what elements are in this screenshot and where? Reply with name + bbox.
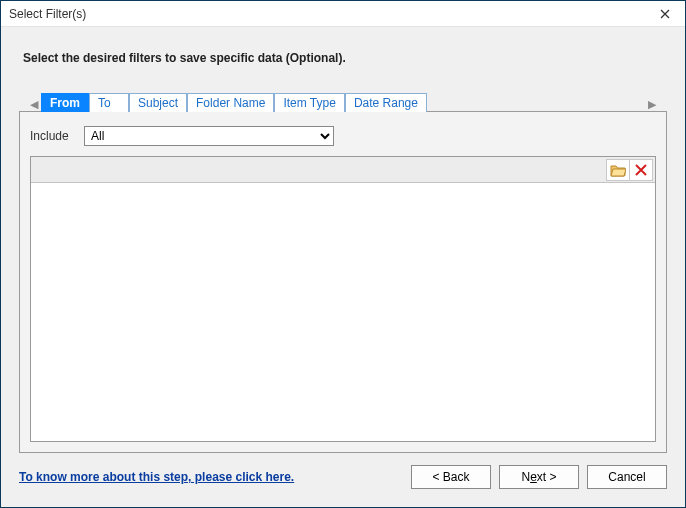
tab-to[interactable]: To (89, 93, 129, 112)
button-bar: < Back Next > Cancel (411, 465, 667, 489)
tab-scroll-left-icon[interactable]: ◀ (27, 98, 41, 111)
tab-item-type[interactable]: Item Type (274, 93, 344, 112)
tab-subject[interactable]: Subject (129, 93, 187, 112)
tab-row: From To Subject Folder Name Item Type Da… (41, 92, 645, 111)
folder-open-icon[interactable] (606, 159, 630, 181)
tab-date-range[interactable]: Date Range (345, 93, 427, 112)
tab-scroll-right-icon[interactable]: ▶ (645, 98, 659, 111)
close-icon[interactable] (651, 4, 679, 24)
filter-listbox (30, 156, 656, 442)
filter-listbox-toolbar (31, 157, 655, 183)
filter-listbox-body[interactable] (31, 183, 655, 441)
titlebar: Select Filter(s) (1, 1, 685, 27)
back-button[interactable]: < Back (411, 465, 491, 489)
instruction-text: Select the desired filters to save speci… (23, 51, 663, 65)
window-title: Select Filter(s) (9, 7, 651, 21)
include-select[interactable]: All (84, 126, 334, 146)
footer: To know more about this step, please cli… (1, 461, 685, 507)
tab-folder-name[interactable]: Folder Name (187, 93, 274, 112)
cancel-button[interactable]: Cancel (587, 465, 667, 489)
dialog-select-filters: Select Filter(s) Select the desired filt… (0, 0, 686, 508)
content-area: Select the desired filters to save speci… (1, 27, 685, 461)
tab-pane: Include All (19, 111, 667, 453)
delete-icon[interactable] (629, 159, 653, 181)
tabstrip: ◀ From To Subject Folder Name Item Type … (19, 91, 667, 111)
next-button[interactable]: Next > (499, 465, 579, 489)
help-link[interactable]: To know more about this step, please cli… (19, 470, 294, 484)
include-label: Include (30, 129, 84, 143)
tab-from[interactable]: From (41, 93, 89, 112)
include-row: Include All (30, 126, 656, 146)
